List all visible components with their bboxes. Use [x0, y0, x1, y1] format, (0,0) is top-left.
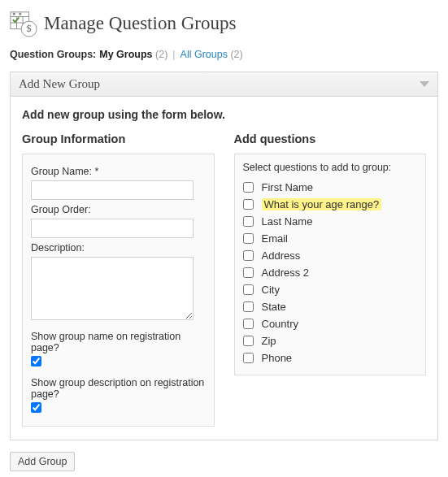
show-group-desc-checkbox[interactable] [31, 402, 41, 413]
question-checkbox[interactable] [243, 199, 254, 210]
question-checkbox[interactable] [243, 182, 254, 193]
tab-my-groups[interactable]: My Groups [99, 49, 152, 60]
question-item: Country [243, 315, 418, 332]
question-label: City [262, 284, 280, 296]
question-label: Address [262, 249, 301, 262]
svg-text:$: $ [27, 23, 32, 34]
tabs-label: Question Groups: [10, 49, 96, 60]
show-group-desc-label: Show group description on registration p… [31, 377, 206, 400]
question-label: First Name [262, 181, 314, 193]
group-info-heading: Group Information [22, 132, 215, 145]
question-item: First Name [243, 179, 418, 196]
question-item: Phone [243, 349, 418, 366]
select-questions-label: Select questions to add to group: [243, 162, 418, 173]
panel-header: Add New Group [11, 72, 437, 97]
question-item: Address 2 [243, 264, 418, 281]
question-label: Address 2 [262, 267, 310, 279]
add-questions-heading: Add questions [234, 132, 427, 145]
collapse-toggle-icon[interactable] [420, 81, 429, 87]
question-checkbox[interactable] [243, 216, 254, 227]
group-name-input[interactable] [31, 180, 194, 200]
add-group-button[interactable]: Add Group [10, 452, 75, 471]
tab-all-groups-count: (2) [230, 49, 242, 60]
question-item: State [243, 298, 418, 315]
question-checkbox[interactable] [243, 250, 254, 261]
question-label: What is your age range? [262, 198, 382, 210]
question-item: Address [243, 247, 418, 264]
tabs-separator: | [172, 49, 175, 60]
question-item: City [243, 281, 418, 298]
add-new-group-panel: Add New Group Add new group using the fo… [10, 72, 438, 440]
tab-my-groups-count: (2) [155, 49, 167, 60]
question-label: Email [262, 232, 289, 245]
page-title: Manage Question Groups [44, 13, 236, 34]
question-groups-tabs: Question Groups: My Groups (2) | All Gro… [10, 49, 438, 60]
calendar-money-icon: $ [10, 10, 37, 37]
question-label: Phone [262, 352, 293, 364]
group-info-column: Group Information Group Name: * Group Or… [22, 132, 215, 427]
question-checkbox[interactable] [243, 267, 254, 278]
question-item: Zip [243, 332, 418, 349]
question-item: Email [243, 230, 418, 247]
group-order-input[interactable] [31, 219, 194, 238]
add-questions-column: Add questions Select questions to add to… [234, 132, 427, 427]
question-checkbox[interactable] [243, 353, 254, 363]
question-checkbox[interactable] [243, 336, 254, 346]
form-intro: Add new group using the form below. [22, 108, 426, 121]
question-label: Country [262, 318, 299, 330]
description-textarea[interactable] [31, 257, 194, 320]
svg-rect-6 [19, 13, 21, 15]
question-checkbox[interactable] [243, 284, 254, 295]
question-item: What is your age range? [243, 196, 418, 213]
group-order-label: Group Order: [31, 204, 206, 215]
show-group-name-label: Show group name on registration page? [31, 331, 206, 353]
question-label: Last Name [262, 215, 313, 228]
tab-all-groups[interactable]: All Groups [181, 49, 228, 60]
question-checkbox[interactable] [243, 301, 254, 312]
question-checkbox[interactable] [243, 233, 254, 244]
show-group-name-checkbox[interactable] [31, 356, 41, 366]
questions-list: First NameWhat is your age range?Last Na… [243, 179, 418, 366]
question-label: State [262, 301, 286, 313]
svg-rect-5 [13, 13, 15, 15]
question-label: Zip [262, 335, 276, 347]
description-label: Description: [31, 242, 206, 254]
question-checkbox[interactable] [243, 319, 254, 329]
panel-title: Add New Group [19, 77, 100, 91]
question-item: Last Name [243, 213, 418, 230]
page-header: $ Manage Question Groups [10, 10, 438, 37]
group-name-label: Group Name: * [31, 166, 206, 177]
